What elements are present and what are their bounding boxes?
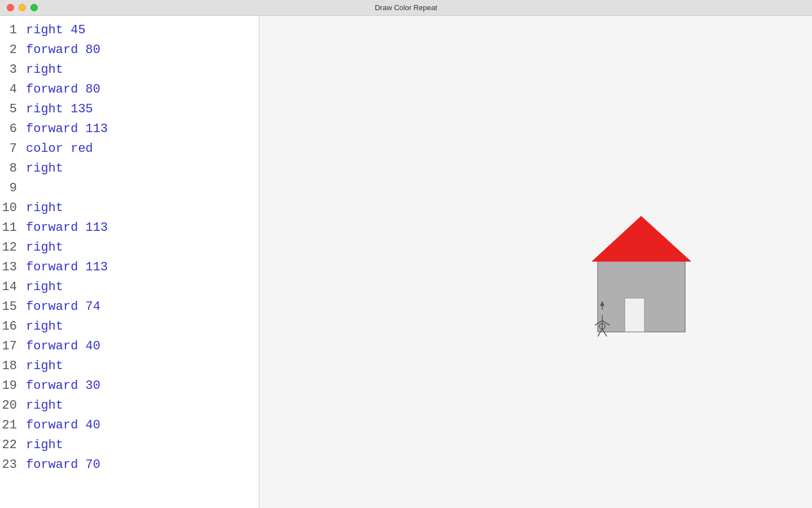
- line-number: 22: [0, 435, 26, 455]
- line-code[interactable]: right: [26, 396, 63, 415]
- code-line: 23forward 70: [0, 455, 259, 475]
- line-number: 7: [0, 139, 26, 159]
- svg-marker-1: [592, 216, 691, 261]
- line-number: 6: [0, 119, 26, 139]
- house-drawing: [259, 16, 812, 508]
- close-button[interactable]: [7, 4, 14, 11]
- line-code[interactable]: right: [26, 60, 63, 80]
- line-code[interactable]: color red: [26, 139, 93, 159]
- line-code[interactable]: right: [26, 435, 63, 455]
- drawing-area: [259, 16, 812, 508]
- line-code[interactable]: forward 70: [26, 455, 100, 475]
- line-number: 10: [0, 198, 26, 218]
- code-line: 18right: [0, 356, 259, 376]
- line-number: 4: [0, 80, 26, 99]
- window-controls: [7, 4, 38, 11]
- minimize-button[interactable]: [19, 4, 26, 11]
- line-code[interactable]: right: [26, 277, 63, 297]
- code-line: 16right: [0, 317, 259, 336]
- code-line: 22right: [0, 435, 259, 455]
- code-line: 13forward 113: [0, 257, 259, 277]
- line-number: 3: [0, 60, 26, 80]
- window-title: Draw Color Repeat: [375, 3, 438, 12]
- line-code[interactable]: right: [26, 159, 63, 178]
- line-number: 17: [0, 336, 26, 356]
- line-number: 13: [0, 257, 26, 277]
- main-layout: 1right 452forward 803right4forward 805ri…: [0, 16, 812, 508]
- line-number: 12: [0, 238, 26, 257]
- code-line: 11forward 113: [0, 218, 259, 238]
- line-code[interactable]: forward 74: [26, 297, 100, 317]
- line-number: 21: [0, 415, 26, 435]
- line-code[interactable]: right 45: [26, 20, 86, 40]
- line-code[interactable]: right: [26, 238, 63, 257]
- line-code[interactable]: forward 40: [26, 336, 100, 356]
- code-line: 2forward 80: [0, 40, 259, 60]
- line-code[interactable]: forward 113: [26, 119, 108, 139]
- line-code[interactable]: forward 113: [26, 257, 108, 277]
- code-line: 10right: [0, 198, 259, 218]
- svg-rect-2: [625, 298, 645, 332]
- code-line: 5right 135: [0, 99, 259, 119]
- code-line: 7color red: [0, 139, 259, 159]
- line-number: 18: [0, 356, 26, 376]
- line-number: 1: [0, 20, 26, 40]
- code-line: 12right: [0, 238, 259, 257]
- code-line: 9: [0, 178, 259, 198]
- line-number: 23: [0, 455, 26, 475]
- maximize-button[interactable]: [30, 4, 38, 11]
- line-code[interactable]: forward 113: [26, 218, 108, 238]
- line-number: 8: [0, 159, 26, 178]
- line-number: 20: [0, 396, 26, 415]
- line-number: 9: [0, 178, 26, 198]
- code-panel[interactable]: 1right 452forward 803right4forward 805ri…: [0, 16, 259, 508]
- line-code[interactable]: right: [26, 356, 63, 376]
- code-line: 4forward 80: [0, 80, 259, 99]
- line-code[interactable]: forward 80: [26, 80, 100, 99]
- line-number: 2: [0, 40, 26, 60]
- line-number: 16: [0, 317, 26, 336]
- code-line: 6forward 113: [0, 119, 259, 139]
- line-code[interactable]: right: [26, 198, 63, 218]
- code-line: 1right 45: [0, 20, 259, 40]
- code-line: 15forward 74: [0, 297, 259, 317]
- line-code[interactable]: forward 30: [26, 376, 100, 396]
- code-line: 20right: [0, 396, 259, 415]
- line-code[interactable]: right: [26, 317, 63, 336]
- code-line: 8right: [0, 159, 259, 178]
- line-number: 15: [0, 297, 26, 317]
- titlebar: Draw Color Repeat: [0, 0, 812, 16]
- canvas-panel: [259, 16, 812, 508]
- line-code[interactable]: right 135: [26, 99, 93, 119]
- line-number: 11: [0, 218, 26, 238]
- code-line: 17forward 40: [0, 336, 259, 356]
- code-line: 19forward 30: [0, 376, 259, 396]
- line-code[interactable]: forward 80: [26, 40, 100, 60]
- code-line: 14right: [0, 277, 259, 297]
- line-number: 5: [0, 99, 26, 119]
- line-number: 19: [0, 376, 26, 396]
- line-code[interactable]: forward 40: [26, 415, 100, 435]
- code-line: 3right: [0, 60, 259, 80]
- code-line: 21forward 40: [0, 415, 259, 435]
- line-number: 14: [0, 277, 26, 297]
